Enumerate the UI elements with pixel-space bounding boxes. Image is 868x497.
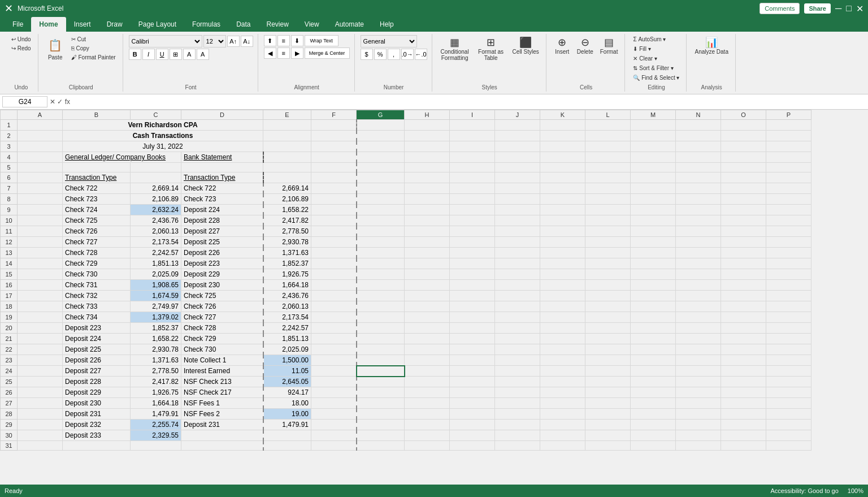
cell-6-a[interactable] <box>18 172 63 183</box>
tab-insert[interactable]: Insert <box>66 17 99 32</box>
cell-9-j[interactable] <box>495 205 540 215</box>
cell-1-m[interactable] <box>631 120 676 131</box>
cell-16-o[interactable] <box>721 280 766 291</box>
cell-13-o[interactable] <box>721 248 766 258</box>
cell-13-j[interactable] <box>495 248 540 258</box>
maximize-button[interactable]: □ <box>846 3 852 14</box>
cell-6-o[interactable] <box>721 172 766 183</box>
cell-13-l[interactable] <box>585 248 631 258</box>
tab-automate[interactable]: Automate <box>327 17 372 32</box>
cell-21-p[interactable] <box>766 334 811 344</box>
cell-29-a[interactable] <box>18 420 63 430</box>
cell-8-k[interactable] <box>540 194 585 205</box>
cell-19-n[interactable] <box>676 312 721 323</box>
cell-8-g[interactable] <box>357 194 405 205</box>
cell-20-g[interactable] <box>357 323 405 334</box>
cell-2-k[interactable] <box>540 131 585 141</box>
cell-6-k[interactable] <box>540 172 585 183</box>
cell-31-p[interactable] <box>766 441 811 451</box>
cell-29-p[interactable] <box>766 420 811 430</box>
cell-26-i[interactable] <box>450 387 495 398</box>
cell-18-h[interactable] <box>405 301 450 312</box>
cell-28-e[interactable]: 19.00 <box>263 409 311 420</box>
cell-15-o[interactable] <box>721 269 766 280</box>
cell-16-l[interactable] <box>585 280 631 291</box>
cell-21-d[interactable]: Check 729 <box>181 334 263 344</box>
cell-23-e[interactable]: 1,500.00 <box>263 355 311 366</box>
cell-1-k[interactable] <box>540 120 585 131</box>
cell-7-a[interactable] <box>18 183 63 194</box>
cell-27-p[interactable] <box>766 398 811 409</box>
cell-4-b[interactable]: General Ledger/ Company Books <box>63 152 181 163</box>
col-header-e[interactable]: E <box>263 110 311 120</box>
cell-3-m[interactable] <box>631 141 676 152</box>
cell-11-c[interactable]: 2,060.13 <box>131 226 181 237</box>
cell-14-f[interactable] <box>311 258 357 269</box>
cell-22-n[interactable] <box>676 344 721 355</box>
cell-22-e[interactable]: 2,025.09 <box>263 344 311 355</box>
cell-7-p[interactable] <box>766 183 811 194</box>
cell-24-f[interactable] <box>311 366 357 377</box>
cell-30-g[interactable] <box>357 430 405 441</box>
cell-20-h[interactable] <box>405 323 450 334</box>
cell-11-o[interactable] <box>721 226 766 237</box>
cell-25-i[interactable] <box>450 377 495 387</box>
cell-14-l[interactable] <box>585 258 631 269</box>
cell-10-p[interactable] <box>766 215 811 226</box>
align-top-button[interactable]: ⬆ <box>264 35 276 46</box>
cell-28-d[interactable]: NSF Fees 2 <box>181 409 263 420</box>
cell-25-b[interactable]: Deposit 228 <box>63 377 131 387</box>
cell-23-i[interactable] <box>450 355 495 366</box>
cell-16-p[interactable] <box>766 280 811 291</box>
cell-31-d[interactable] <box>181 441 263 451</box>
cell-30-o[interactable] <box>721 430 766 441</box>
cell-25-c[interactable]: 2,417.82 <box>131 377 181 387</box>
cell-21-b[interactable]: Deposit 224 <box>63 334 131 344</box>
format-painter-button[interactable]: 🖌 Format Painter <box>69 53 118 62</box>
border-button[interactable]: ⊞ <box>170 49 182 60</box>
cell-5-f[interactable] <box>311 163 357 172</box>
align-right-button[interactable]: ▶ <box>291 47 303 59</box>
cell-1-l[interactable] <box>585 120 631 131</box>
cell-12-d[interactable]: Deposit 225 <box>181 237 263 248</box>
find-select-button[interactable]: 🔍 Find & Select ▾ <box>631 74 682 82</box>
cell-20-i[interactable] <box>450 323 495 334</box>
cell-14-b[interactable]: Check 729 <box>63 258 131 269</box>
cell-16-g[interactable] <box>357 280 405 291</box>
col-header-g[interactable]: G <box>357 110 405 120</box>
cell-10-e[interactable]: 2,417.82 <box>263 215 311 226</box>
cell-29-b[interactable]: Deposit 232 <box>63 420 131 430</box>
cell-13-n[interactable] <box>676 248 721 258</box>
cell-12-n[interactable] <box>676 237 721 248</box>
cell-13-p[interactable] <box>766 248 811 258</box>
cell-16-f[interactable] <box>311 280 357 291</box>
close-button[interactable]: ✕ <box>856 3 863 14</box>
cell-21-l[interactable] <box>585 334 631 344</box>
cell-5-o[interactable] <box>721 163 766 172</box>
tab-data[interactable]: Data <box>228 17 258 32</box>
cell-23-c[interactable]: 1,371.63 <box>131 355 181 366</box>
cell-10-n[interactable] <box>676 215 721 226</box>
cell-1-e[interactable] <box>263 120 311 131</box>
cell-23-l[interactable] <box>585 355 631 366</box>
cell-13-h[interactable] <box>405 248 450 258</box>
cell-13-g[interactable] <box>357 248 405 258</box>
cell-4-l[interactable] <box>585 152 631 163</box>
cell-2-a[interactable] <box>18 131 63 141</box>
cell-2-f[interactable] <box>311 131 357 141</box>
cell-4-m[interactable] <box>631 152 676 163</box>
cell-2-h[interactable] <box>405 131 450 141</box>
cell-9-d[interactable]: Deposit 224 <box>181 205 263 215</box>
cell-10-i[interactable] <box>450 215 495 226</box>
comma-button[interactable]: , <box>388 49 400 60</box>
cell-30-k[interactable] <box>540 430 585 441</box>
cell-27-m[interactable] <box>631 398 676 409</box>
cell-19-p[interactable] <box>766 312 811 323</box>
cell-27-c[interactable]: 1,664.18 <box>131 398 181 409</box>
cell-14-j[interactable] <box>495 258 540 269</box>
cell-23-g[interactable] <box>357 355 405 366</box>
cell-26-n[interactable] <box>676 387 721 398</box>
cell-16-j[interactable] <box>495 280 540 291</box>
cell-31-a[interactable] <box>18 441 63 451</box>
cell-6-f[interactable] <box>311 172 357 183</box>
